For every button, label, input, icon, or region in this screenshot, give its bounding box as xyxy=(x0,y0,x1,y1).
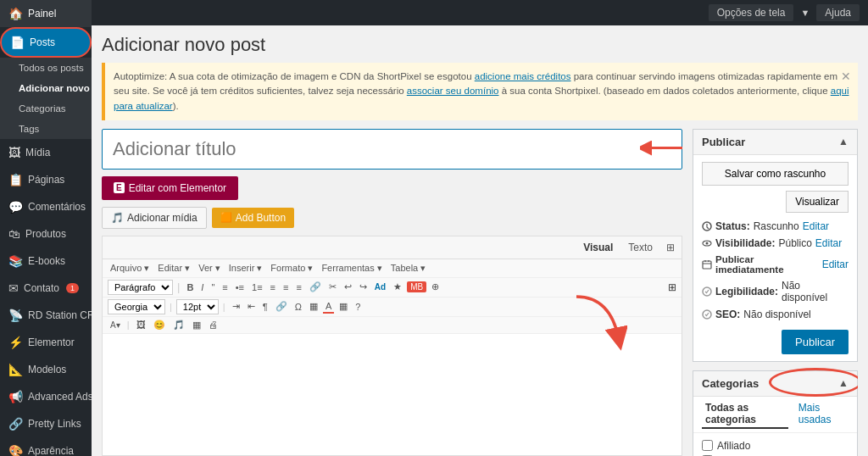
media-icon: 🎵 xyxy=(111,212,124,224)
sidebar-item-elementor[interactable]: ⚡ Elementor xyxy=(0,329,92,356)
link-button[interactable]: 🔗 xyxy=(307,281,324,293)
status-row: Status: Rascunho Editar xyxy=(702,218,849,235)
status-value: Rascunho xyxy=(754,220,799,232)
notice-close-button[interactable]: ✕ xyxy=(841,68,851,86)
notice-link1[interactable]: adicione mais créditos xyxy=(475,71,571,81)
tb-emoji-btn[interactable]: 😊 xyxy=(151,319,168,331)
tab-visual[interactable]: Visual xyxy=(578,240,618,255)
categories-panel-toggle[interactable]: ▲ xyxy=(838,377,849,389)
cat-item-afiliado: Afiliado xyxy=(702,438,849,453)
tb-image-btn[interactable]: 🖼 xyxy=(134,319,148,331)
sidebar-item-tags[interactable]: Tags xyxy=(0,119,92,139)
status-edit-link[interactable]: Editar xyxy=(803,220,829,232)
visibility-edit-link[interactable]: Editar xyxy=(815,237,842,249)
cat-tab-most-used[interactable]: Mais usadas xyxy=(795,400,849,429)
sidebar-item-comentarios[interactable]: 💬 Comentários 1 xyxy=(0,193,92,220)
cat-checkbox-afiliado[interactable] xyxy=(702,440,713,451)
menu-ferramentas[interactable]: Ferramentas ▾ xyxy=(319,262,384,275)
toolbar-expand-icon[interactable]: ⊞ xyxy=(668,281,676,293)
tab-texto[interactable]: Texto xyxy=(623,240,658,255)
publish-panel-toggle[interactable]: ▲ xyxy=(838,136,849,147)
tb-hilite-button[interactable]: ▦ xyxy=(337,300,350,313)
tb-special-button[interactable]: ¶ xyxy=(260,301,270,313)
tags-label: Tags xyxy=(19,124,39,134)
sidebar-item-aparencia[interactable]: 🎨 Aparência xyxy=(0,437,92,456)
sidebar-item-modelos[interactable]: 📐 Modelos xyxy=(0,356,92,383)
align-justify-button[interactable]: ≡ xyxy=(293,281,303,293)
sidebar: 🏠 Painel 📄 Posts Todos os posts Adiciona… xyxy=(0,0,92,456)
menu-formato[interactable]: Formato ▾ xyxy=(268,262,315,275)
editor-layout: E Editar com Elementor 🎵 Adicionar mídia… xyxy=(102,129,858,456)
elementor-edit-button[interactable]: E Editar com Elementor xyxy=(102,176,238,200)
undo-button[interactable]: ↩ xyxy=(342,281,354,293)
menu-arquivo[interactable]: Arquivo ▾ xyxy=(108,262,152,275)
notice-link2[interactable]: associar seu domínio xyxy=(407,86,499,96)
tb-textcolor-button[interactable]: A xyxy=(323,300,334,314)
sidebar-item-todos-posts[interactable]: Todos os posts xyxy=(0,58,92,78)
menu-inserir[interactable]: Inserir ▾ xyxy=(226,262,265,275)
list-ul-button[interactable]: •≡ xyxy=(233,281,247,293)
visibility-label: Visibilidade: xyxy=(715,237,775,249)
tb-table-button[interactable]: ▦ xyxy=(307,300,320,313)
menu-editar[interactable]: Editar ▾ xyxy=(155,262,192,275)
contato-badge: 1 xyxy=(66,283,79,293)
menu-tabela[interactable]: Tabela ▾ xyxy=(388,262,428,275)
add-media-button[interactable]: 🎵 Adicionar mídia xyxy=(102,207,207,229)
tb-link2-button[interactable]: 🔗 xyxy=(273,300,290,313)
tb-print-btn[interactable]: 🖨 xyxy=(206,319,220,331)
preview-button[interactable]: Visualizar xyxy=(786,191,849,213)
size-select[interactable]: 12pt xyxy=(176,299,219,314)
post-title-input[interactable] xyxy=(102,129,682,170)
font-select[interactable]: Georgia xyxy=(108,299,165,314)
editor-content-area[interactable] xyxy=(103,334,682,455)
sidebar-item-categorias-sub[interactable]: Categorias xyxy=(0,98,92,119)
tb-help-button[interactable]: ? xyxy=(353,301,363,313)
italic-button[interactable]: I xyxy=(198,281,206,293)
align-right-button[interactable]: ≡ xyxy=(281,281,291,293)
tb-table2-btn[interactable]: ▦ xyxy=(190,319,203,331)
tb-indent-button[interactable]: ⇥ xyxy=(230,300,242,313)
unlink-button[interactable]: ✂ xyxy=(326,281,339,293)
save-draft-button[interactable]: Salvar como rascunho xyxy=(702,162,849,186)
star-button[interactable]: ★ xyxy=(391,281,404,293)
format-select[interactable]: Parágrafo xyxy=(108,280,173,295)
help-button[interactable]: Ajuda xyxy=(816,4,860,21)
sidebar-item-label: Mídia xyxy=(25,147,50,158)
sidebar-item-adicionar-novo[interactable]: Adicionar novo xyxy=(0,78,92,98)
sidebar-item-label: RD Station CF7 xyxy=(28,309,92,321)
title-wrapper xyxy=(102,129,682,170)
sidebar-item-posts[interactable]: 📄 Posts xyxy=(0,27,92,58)
add-media-label: Adicionar mídia xyxy=(127,212,198,224)
sidebar-item-produtos[interactable]: 🛍 Produtos xyxy=(0,220,92,247)
sidebar-item-pretty-links[interactable]: 🔗 Pretty Links xyxy=(0,410,92,437)
publish-time-edit-link[interactable]: Editar xyxy=(822,259,849,270)
mb-button[interactable]: MB xyxy=(407,281,426,292)
tb-media2-btn[interactable]: 🎵 xyxy=(170,319,187,331)
sidebar-item-contato[interactable]: ✉ Contato 1 xyxy=(0,275,92,302)
add-button-btn[interactable]: 🟧 Add Button xyxy=(212,208,294,228)
sidebar-item-midia[interactable]: 🖼 Mídia xyxy=(0,139,92,166)
tb-omega-button[interactable]: Ω xyxy=(292,301,304,313)
sidebar-item-rd-station[interactable]: 📡 RD Station CF7 xyxy=(0,302,92,329)
sidebar-item-advanced-ads[interactable]: 📢 Advanced Ads xyxy=(0,383,92,410)
redo-button[interactable]: ↪ xyxy=(357,281,370,293)
cat-tab-all[interactable]: Todas as categorias xyxy=(702,400,788,429)
menu-ver[interactable]: Ver ▾ xyxy=(196,262,223,275)
list-ol-button[interactable]: 1≡ xyxy=(249,281,265,293)
tb-outdent-button[interactable]: ⇤ xyxy=(245,300,258,313)
align-center-button[interactable]: ≡ xyxy=(268,281,278,293)
bold-button[interactable]: B xyxy=(184,281,196,293)
quote-button[interactable]: " xyxy=(209,281,217,293)
sidebar-item-painel[interactable]: 🏠 Painel xyxy=(0,0,92,27)
publish-panel-title: Publicar xyxy=(702,136,745,148)
tb-text-color-btn[interactable]: A▾ xyxy=(108,320,123,331)
add-button-label: Add Button xyxy=(236,212,286,224)
publish-button[interactable]: Publicar xyxy=(782,330,849,354)
sidebar-item-paginas[interactable]: 📋 Páginas xyxy=(0,166,92,193)
more-button[interactable]: ⊕ xyxy=(429,281,442,293)
align-left-button[interactable]: ≡ xyxy=(220,281,230,293)
fullscreen-icon[interactable]: ⊞ xyxy=(666,242,675,253)
screen-options-button[interactable]: Opções de tela xyxy=(709,4,794,21)
sidebar-item-ebooks[interactable]: 📚 E-books xyxy=(0,247,92,275)
ad-button[interactable]: Ad xyxy=(372,281,388,292)
